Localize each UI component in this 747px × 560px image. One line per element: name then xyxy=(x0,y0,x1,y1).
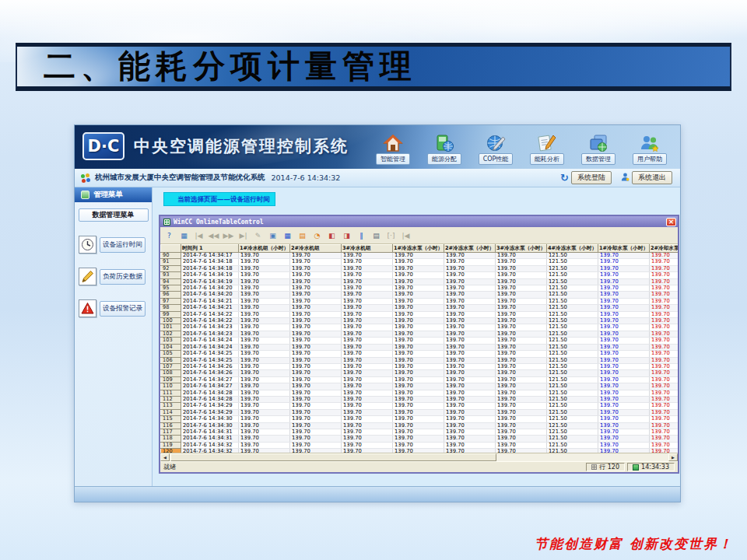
table-row[interactable]: 1012014-7-6 14:34:23139.70139.70139.7013… xyxy=(161,324,679,331)
table-row[interactable]: 1162014-7-6 14:34:30139.70139.70139.7013… xyxy=(161,422,679,429)
data-table: 时间列 11#冷水机组（小时）2#冷水机组3#冷水机组1#冷冻水泵（小时）2#冷… xyxy=(160,244,678,453)
table-row[interactable]: 1062014-7-6 14:34:25139.70139.70139.7013… xyxy=(161,357,679,363)
nav-label[interactable]: 用户帮助 xyxy=(633,153,667,165)
table-row[interactable]: 1182014-7-6 14:34:31139.70139.70139.7013… xyxy=(161,436,679,442)
value-cell: 139.70 xyxy=(444,278,496,285)
sidebar-item-label[interactable]: 负荷历史数据 xyxy=(100,269,146,285)
sidebar-item-device-runtime[interactable]: 设备运行时间 xyxy=(79,236,152,254)
value-cell: 139.70 xyxy=(239,422,290,429)
horizontal-scrollbar[interactable]: ◀ ▶ xyxy=(160,453,678,461)
table-row[interactable]: 952014-7-6 14:34:20139.70139.70139.70139… xyxy=(161,285,679,292)
sidebar-item-load-history[interactable]: 负荷历史数据 xyxy=(79,268,152,285)
wincc-titlebar[interactable]: WinCC OnlineTableControl × xyxy=(160,216,678,227)
value-cell: 139.70 xyxy=(393,442,444,448)
value-cell: 139.70 xyxy=(290,351,342,357)
table-row[interactable]: 1172014-7-6 14:34:31139.70139.70139.7013… xyxy=(161,429,679,435)
nav-item-smart-management[interactable]: 智能管理 xyxy=(367,128,419,167)
sidebar-item-label[interactable]: 设备运行时间 xyxy=(100,237,146,253)
table-row[interactable]: 992014-7-6 14:34:22139.70139.70139.70139… xyxy=(161,311,679,317)
system-login-button[interactable]: 系统登陆 xyxy=(571,171,612,184)
value-cell: 139.70 xyxy=(290,311,342,317)
value-cell: 121.50 xyxy=(547,298,598,304)
nav-label[interactable]: 能耗分析 xyxy=(530,153,564,165)
export-start-icon[interactable]: ◧ xyxy=(325,229,338,242)
value-cell: 139.70 xyxy=(393,376,444,383)
sidebar-section-button[interactable]: 数据管理菜单 xyxy=(79,208,149,222)
value-cell: 139.70 xyxy=(239,396,290,402)
table-row[interactable]: 1002014-7-6 14:34:22139.70139.70139.7013… xyxy=(161,318,679,324)
copy-icon[interactable]: ▣ xyxy=(266,229,279,242)
table-row[interactable]: 1092014-7-6 14:34:27139.70139.70139.7013… xyxy=(161,376,679,383)
scroll-right-icon[interactable]: ▶ xyxy=(668,453,678,461)
row-number: 104 xyxy=(161,344,181,350)
value-cell: 139.70 xyxy=(598,416,650,422)
table-row[interactable]: 912014-7-6 14:34:18139.70139.70139.70139… xyxy=(161,259,679,265)
data-connect-icon[interactable]: ▦ xyxy=(177,229,191,242)
print-icon[interactable]: ▤ xyxy=(370,229,383,242)
nav-item-user-help[interactable]: 用户帮助 xyxy=(624,128,675,167)
row-number: 114 xyxy=(161,409,181,415)
nav-item-energy-allocation[interactable]: 能源分配 xyxy=(419,128,470,167)
first-record-icon: |◀ xyxy=(192,229,205,242)
column-select-icon[interactable]: ▦ xyxy=(281,229,294,242)
value-cell: 139.70 xyxy=(496,370,547,376)
nav-label[interactable]: 能源分配 xyxy=(427,153,461,165)
nav-item-energy-analysis[interactable]: 能耗分析 xyxy=(521,128,573,167)
nav-label[interactable]: COP性能 xyxy=(479,153,514,165)
table-row[interactable]: 1032014-7-6 14:34:24139.70139.70139.7013… xyxy=(161,338,679,344)
table-row[interactable]: 972014-7-6 14:34:21139.70139.70139.70139… xyxy=(161,298,679,304)
archive-icon[interactable]: ▤ xyxy=(296,229,309,242)
sidebar-items: 设备运行时间 负荷历史数据 设备报警记录 xyxy=(75,236,152,317)
value-cell: 139.70 xyxy=(650,363,679,369)
table-row[interactable]: 1122014-7-6 14:34:28139.70139.70139.7013… xyxy=(161,396,679,402)
table-row[interactable]: 1022014-7-6 14:34:23139.70139.70139.7013… xyxy=(161,331,679,337)
table-row[interactable]: 1082014-7-6 14:34:26139.70139.70139.7013… xyxy=(161,370,679,376)
table-row[interactable]: 1142014-7-6 14:34:29139.70139.70139.7013… xyxy=(161,409,679,415)
table-row[interactable]: 1112014-7-6 14:34:28139.70139.70139.7013… xyxy=(161,390,679,396)
value-cell: 139.70 xyxy=(393,259,444,265)
time-cell: 2014-7-6 14:34:21 xyxy=(181,298,239,304)
table-row[interactable]: 1192014-7-6 14:34:32139.70139.70139.7013… xyxy=(161,442,679,448)
wincc-toolbar: ? ▦ |◀ ◀◀ ▶▶ ▶| ✎ ▣ ▦ ▤ ◔ ◧ ◨ ‖ ▤ [·] |◀ xyxy=(160,227,678,244)
row-number: 101 xyxy=(161,324,181,331)
table-row[interactable]: 1052014-7-6 14:34:25139.70139.70139.7013… xyxy=(161,351,679,357)
table-row[interactable]: 902014-7-6 14:34:17139.70139.70139.70139… xyxy=(161,253,679,259)
status-clock-icon xyxy=(633,464,639,471)
nav-label[interactable]: 智能管理 xyxy=(376,153,410,165)
table-row[interactable]: 1102014-7-6 14:34:27139.70139.70139.7013… xyxy=(161,383,679,390)
table-row[interactable]: 932014-7-6 14:34:19139.70139.70139.70139… xyxy=(161,272,679,278)
sidebar-item-device-alarms[interactable]: 设备报警记录 xyxy=(79,299,152,317)
table-row[interactable]: 1152014-7-6 14:34:30139.70139.70139.7013… xyxy=(161,416,679,422)
table-row[interactable]: 1072014-7-6 14:34:26139.70139.70139.7013… xyxy=(161,363,679,369)
value-cell: 139.70 xyxy=(393,436,444,442)
nav-label[interactable]: 数据管理 xyxy=(581,153,615,165)
value-cell: 139.70 xyxy=(650,298,679,304)
table-row[interactable]: 982014-7-6 14:34:21139.70139.70139.70139… xyxy=(161,305,679,311)
export-next-icon[interactable]: ◨ xyxy=(340,229,353,242)
table-row[interactable]: 922014-7-6 14:34:18139.70139.70139.70139… xyxy=(161,265,679,271)
time-select-icon[interactable]: ◔ xyxy=(310,229,324,242)
table-row[interactable]: 1042014-7-6 14:34:24139.70139.70139.7013… xyxy=(161,344,679,350)
value-cell: 121.50 xyxy=(547,344,598,350)
scroll-left-icon[interactable]: ◀ xyxy=(160,453,170,461)
table-row[interactable]: 942014-7-6 14:34:19139.70139.70139.70139… xyxy=(161,278,679,285)
value-cell: 139.70 xyxy=(444,390,496,396)
table-row[interactable]: 962014-7-6 14:34:20139.70139.70139.70139… xyxy=(161,292,679,298)
value-cell: 139.70 xyxy=(598,370,650,376)
table-row[interactable]: 1132014-7-6 14:34:29139.70139.70139.7013… xyxy=(161,403,679,409)
scrollbar-thumb[interactable] xyxy=(170,453,496,461)
column-header: 3#冷冻水泵（小时） xyxy=(496,245,547,253)
system-logout-button[interactable]: 系统退出 xyxy=(632,171,672,184)
value-cell: 139.70 xyxy=(598,311,650,317)
wincc-table-wrap: 时间列 11#冷水机组（小时）2#冷水机组3#冷水机组1#冷冻水泵（小时）2#冷… xyxy=(160,244,678,453)
help-icon[interactable]: ? xyxy=(163,229,176,242)
sidebar-item-label[interactable]: 设备报警记录 xyxy=(100,301,146,317)
footer-slogan: 节能创造财富 创新改变世界！ xyxy=(535,535,733,553)
value-cell: 139.70 xyxy=(342,396,393,402)
nav-item-data-management[interactable]: 数据管理 xyxy=(573,128,624,167)
value-cell: 139.70 xyxy=(444,259,496,265)
close-icon[interactable]: × xyxy=(666,218,676,226)
pause-icon[interactable]: ‖ xyxy=(355,229,368,242)
nav-item-cop-performance[interactable]: COP性能 xyxy=(470,128,521,167)
time-cell: 2014-7-6 14:34:19 xyxy=(181,278,239,285)
